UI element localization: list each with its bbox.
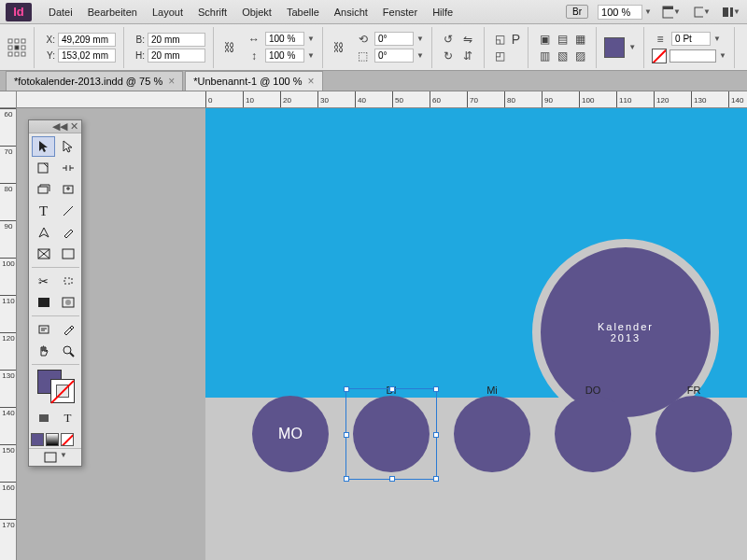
fill-swatch[interactable]	[604, 37, 625, 58]
menu-hilfe[interactable]: Hilfe	[425, 4, 460, 21]
screen-mode-icon[interactable]: ▼	[691, 3, 712, 21]
select-container-icon[interactable]: ◱	[492, 32, 509, 47]
selection-tool[interactable]	[32, 136, 55, 157]
normal-view-icon[interactable]	[43, 451, 58, 464]
p-icon[interactable]: P	[512, 32, 520, 47]
note-tool[interactable]	[32, 319, 55, 340]
collapse-icon[interactable]: ◀◀	[52, 120, 67, 133]
page[interactable]: Kalender 2013 MODIMiDOFR	[205, 108, 747, 560]
menu-datei[interactable]: Datei	[41, 4, 80, 21]
svg-rect-32	[39, 414, 49, 422]
document-tab[interactable]: *Unbenannt-1 @ 100 %×	[185, 71, 322, 91]
tab-close-icon[interactable]: ×	[168, 75, 175, 88]
menu-tabelle[interactable]: Tabelle	[279, 4, 327, 21]
zoom-tool[interactable]	[56, 341, 79, 361]
content-placer-tool[interactable]	[56, 179, 79, 200]
select-content-icon[interactable]: ◰	[492, 49, 509, 63]
apply-color[interactable]	[31, 433, 44, 446]
view-mode-dropdown-icon[interactable]: ▼	[60, 451, 67, 464]
free-transform-tool[interactable]	[56, 271, 79, 291]
day-label: FR	[655, 385, 732, 396]
panel-header[interactable]: ◀◀✕	[29, 120, 81, 133]
document-tab[interactable]: *fotokalender-2013.indd @ 75 %×	[6, 71, 183, 91]
ruler-corner[interactable]	[0, 91, 17, 108]
ruler-horizontal[interactable]: 0102030405060708090100110120130140	[17, 91, 747, 108]
menu-ansicht[interactable]: Ansicht	[327, 4, 375, 21]
constrain-icon[interactable]: ⛓	[221, 40, 238, 55]
rectangle-frame-tool[interactable]	[32, 244, 55, 264]
title-line2: 2013	[611, 332, 641, 343]
hand-tool[interactable]	[32, 341, 55, 361]
scale-y-input[interactable]	[265, 49, 304, 63]
fit-frame-icon[interactable]: ▣	[536, 32, 553, 47]
content-collector-tool[interactable]	[32, 179, 55, 200]
arrange-icon[interactable]: ▼	[721, 3, 741, 21]
rotate-input[interactable]	[374, 32, 414, 46]
close-panel-icon[interactable]: ✕	[70, 120, 78, 133]
pencil-tool[interactable]	[56, 222, 79, 243]
stroke-color[interactable]	[50, 379, 75, 403]
view-mode-row[interactable]: ▼	[29, 448, 81, 466]
shear-input[interactable]	[374, 49, 414, 63]
line-tool[interactable]	[56, 201, 79, 221]
pen-tool[interactable]	[32, 222, 55, 243]
apply-none[interactable]	[61, 433, 74, 446]
gap-tool[interactable]	[56, 158, 79, 178]
rectangle-tool[interactable]	[56, 244, 79, 264]
svg-rect-8	[8, 46, 12, 49]
auto-fit-icon[interactable]: ▨	[571, 49, 588, 63]
ruler-vertical[interactable]: 60708090100110120130140150160170	[0, 108, 17, 560]
stroke-weight-input[interactable]	[671, 32, 711, 46]
gradient-swatch-tool[interactable]	[32, 292, 55, 313]
canvas[interactable]: Kalender 2013 MODIMiDOFR	[17, 108, 747, 560]
menu-bearbeiten[interactable]: Bearbeiten	[80, 4, 145, 21]
fit-content-icon[interactable]: ▤	[554, 32, 571, 47]
workspace: 0102030405060708090100110120130140 60708…	[0, 91, 747, 560]
bridge-button[interactable]: Br	[566, 5, 588, 19]
fill-frame-icon[interactable]: ▥	[536, 49, 553, 63]
scale-x-input[interactable]	[265, 32, 304, 46]
type-tool[interactable]: T	[32, 201, 55, 221]
menu-layout[interactable]: Layout	[145, 4, 190, 21]
fill-stroke-control[interactable]	[34, 370, 78, 405]
flip-h-icon[interactable]: ⇋	[459, 32, 476, 47]
direct-selection-tool[interactable]	[56, 136, 79, 157]
zoom-control[interactable]: ▼	[598, 5, 652, 20]
menu-schrift[interactable]: Schrift	[190, 4, 234, 21]
view-options-icon[interactable]: ▼	[661, 3, 682, 21]
control-bar: X: Y: B: H: ⛓ ↔▼ ↕▼ ⛓ ⟲▼ ⬚▼ ↺⇋ ↻⇵ ◱P ◰ ▣…	[0, 24, 747, 71]
page-tool[interactable]	[32, 158, 55, 178]
h-input[interactable]	[148, 49, 205, 63]
gradient-feather-tool[interactable]	[56, 292, 79, 313]
x-input[interactable]	[58, 33, 116, 47]
constrain-scale-icon[interactable]: ⛓	[331, 40, 347, 55]
stroke-none-swatch[interactable]	[652, 49, 667, 63]
rotate-ccw-icon[interactable]: ↺	[440, 32, 457, 47]
reference-point[interactable]	[7, 27, 35, 68]
formatting-container-icon[interactable]	[32, 408, 55, 428]
center-content-icon[interactable]: ▦	[571, 32, 588, 47]
x-label: X:	[42, 35, 55, 45]
svg-point-30	[63, 346, 71, 354]
scissors-tool[interactable]: ✂	[32, 271, 55, 291]
rotate-cw-icon[interactable]: ↻	[440, 49, 457, 63]
menu-fenster[interactable]: Fenster	[375, 4, 425, 21]
h-label: H:	[132, 50, 145, 61]
flip-v-icon[interactable]: ⇵	[459, 49, 476, 63]
formatting-text-icon[interactable]: T	[56, 408, 79, 428]
tools-panel[interactable]: ◀◀✕ T ✂	[28, 119, 82, 467]
y-input[interactable]	[58, 49, 116, 63]
apply-gradient[interactable]	[46, 433, 59, 446]
svg-rect-5	[8, 39, 12, 43]
menu-objekt[interactable]: Objekt	[234, 4, 279, 21]
y-label: Y:	[42, 50, 55, 61]
zoom-input[interactable]	[598, 5, 642, 20]
stroke-style[interactable]	[669, 49, 716, 63]
eyedropper-tool[interactable]	[56, 319, 79, 340]
w-input[interactable]	[148, 33, 205, 47]
day-label: Mi	[454, 385, 530, 396]
tab-close-icon[interactable]: ×	[308, 75, 315, 88]
dropdown-icon[interactable]: ▼	[644, 7, 652, 16]
color-mode-row	[29, 431, 81, 448]
fit-prop-icon[interactable]: ▧	[554, 49, 571, 63]
